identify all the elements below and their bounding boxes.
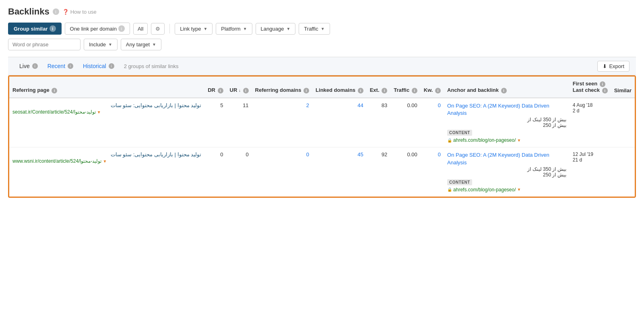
anchor-info-icon: i [501,88,507,93]
group-similar-button[interactable]: Group similar i [8,23,62,35]
first-seen-date-1: 12 Jul '19 [573,151,608,157]
anchor-title-1[interactable]: On Page SEO: A (2M Keyword) Data Driven … [447,151,566,166]
referring-title-0[interactable]: تولید محتوا | بازاریابی محتوایی: سئو سات [12,102,201,108]
any-target-dropdown[interactable]: Any target ▼ [121,39,161,50]
language-dropdown[interactable]: Language ▼ [256,23,296,35]
all-button[interactable]: All [133,23,148,35]
cell-similar-1 [611,147,635,197]
anchor-title-0[interactable]: On Page SEO: A (2M Keyword) Data Driven … [447,102,566,117]
anchor-link-text-1[interactable]: ahrefs.com/blog/on-pageseo/ [453,187,516,193]
col-header-anchor-backlink: Anchor and backlink i [444,77,570,98]
anchor-link-1[interactable]: 🔒 ahrefs.com/blog/on-pageseo/ ▼ [447,187,566,193]
settings-button[interactable]: ⚙ [151,23,165,35]
referring-url-text-0[interactable]: seosat.ir/Content/article/524/تولید-محتو… [12,109,96,115]
how-to-use-link[interactable]: ❓ How to use [62,9,97,15]
referring-url-0[interactable]: seosat.ir/Content/article/524/تولید-محتو… [12,109,201,115]
col-header-dr: DR i [204,77,226,98]
cell-kw-1[interactable]: 0 [421,147,444,197]
anchor-arabic2-0: بیش از 250 [447,122,566,128]
anchor-link-0[interactable]: 🔒 ahrefs.com/blog/on-pageseo/ ▼ [447,137,566,143]
first-seen-info-icon: i [600,81,605,87]
table-header-row: Referring page i DR i UR ↓ i Referring d… [9,77,635,98]
word-phrase-input[interactable] [8,39,80,50]
dr-info-icon: i [218,88,223,93]
referring-url-expand-icon-0[interactable]: ▼ [97,110,101,114]
ext-info-icon: i [382,88,387,93]
any-target-chevron-icon: ▼ [152,42,156,47]
one-link-per-domain-button[interactable]: One link per domain i [65,23,130,35]
anchor-arabic2-1: بیش از 250 [447,172,566,178]
platform-dropdown[interactable]: Platform ▼ [216,23,252,35]
include-chevron-icon: ▼ [108,42,112,47]
col-header-kw: Kw. i [421,77,444,98]
traffic-info-icon: i [412,88,417,93]
cell-referring-domains-1[interactable]: 0 [252,147,312,197]
last-check-date-0: 2 d [573,108,608,114]
cell-dr-1: 0 [204,147,226,197]
include-dropdown[interactable]: Include ▼ [84,39,118,50]
cell-anchor-1: On Page SEO: A (2M Keyword) Data Driven … [444,147,570,197]
filter-row: Include ▼ Any target ▼ [8,39,636,50]
ur-sort-icon: ↓ [239,88,241,93]
cell-dates-1: 12 Jul '19 21 d [570,147,611,197]
traffic-dropdown[interactable]: Traffic ▼ [299,23,330,35]
tab-live[interactable]: Live i [14,60,43,72]
col-header-first-seen: First seen i Last check i [570,77,611,98]
platform-chevron-icon: ▼ [243,27,247,31]
tab-bar: Live i Recent i Historical i 2 groups of… [8,57,636,75]
cell-linked-domains-0[interactable]: 44 [312,98,367,147]
traffic-chevron-icon: ▼ [321,27,325,31]
col-header-ur[interactable]: UR ↓ i [227,77,252,98]
anchor-link-text-0[interactable]: ahrefs.com/blog/on-pageseo/ [453,137,516,143]
referring-page-info-icon: i [52,88,57,93]
export-icon: ⬇ [603,63,607,69]
cell-referring-page-0: تولید محتوا | بازاریابی محتوایی: سئو سات… [9,98,204,147]
referring-url-1[interactable]: www.wsni.ir/content/article/524/تولید-مح… [12,158,201,164]
cell-linked-domains-1[interactable]: 45 [312,147,367,197]
col-header-similar: Similar [611,77,635,98]
referring-title-1[interactable]: تولید محتوا | بازاریابی محتوایی: سئو سات [12,151,201,158]
toolbar: Group similar i One link per domain i Al… [8,23,636,35]
tab-historical[interactable]: Historical i [78,60,119,72]
language-chevron-icon: ▼ [286,27,290,31]
col-header-linked-domains: Linked domains i [312,77,367,98]
rd-info-icon: i [303,88,309,93]
first-seen-date-0: 4 Aug '18 [573,102,608,108]
lock-icon-0: 🔒 [447,138,452,143]
cell-traffic-0: 0.00 [390,98,421,147]
backlinks-table: Referring page i DR i UR ↓ i Referring d… [9,77,635,197]
link-type-chevron-icon: ▼ [203,27,207,31]
ur-info-icon: i [243,88,249,93]
title-info-icon: i [53,8,59,15]
cell-ext-0: 83 [367,98,390,147]
cell-referring-page-1: تولید محتوا | بازاریابی محتوایی: سئو سات… [9,147,204,197]
table-row: تولید محتوا | بازاریابی محتوایی: سئو سات… [9,98,635,147]
col-header-traffic: Traffic i [390,77,421,98]
col-header-referring-domains: Referring domains i [252,77,312,98]
export-button[interactable]: ⬇ Export [597,61,630,72]
content-badge-1: CONTENT [447,179,472,185]
referring-url-expand-icon-1[interactable]: ▼ [103,159,107,164]
historical-info-icon: i [109,63,114,69]
group-similar-info-icon: i [50,25,56,32]
cell-kw-0[interactable]: 0 [421,98,444,147]
cell-dates-0: 4 Aug '18 2 d [570,98,611,147]
cell-anchor-0: On Page SEO: A (2M Keyword) Data Driven … [444,98,570,147]
col-header-referring-page: Referring page i [9,77,204,98]
table-row: تولید محتوا | بازاریابی محتوایی: سئو سات… [9,147,635,197]
anchor-expand-icon-1[interactable]: ▼ [517,187,521,192]
anchor-expand-icon-0[interactable]: ▼ [517,138,521,143]
cell-referring-domains-0[interactable]: 2 [252,98,312,147]
tab-recent[interactable]: Recent i [43,60,78,72]
cell-ext-1: 92 [367,147,390,197]
one-link-info-icon: i [118,25,125,32]
kw-info-icon: i [435,88,441,93]
page-title: Backlinks [8,6,50,17]
referring-url-text-1[interactable]: www.wsni.ir/content/article/524/تولید-مح… [12,158,101,164]
content-badge-0: CONTENT [447,130,472,136]
last-check-date-1: 21 d [573,157,608,163]
question-icon: ❓ [62,9,69,15]
recent-info-icon: i [68,63,73,69]
groups-info: 2 groups of similar links [124,63,179,69]
link-type-dropdown[interactable]: Link type ▼ [175,23,213,35]
